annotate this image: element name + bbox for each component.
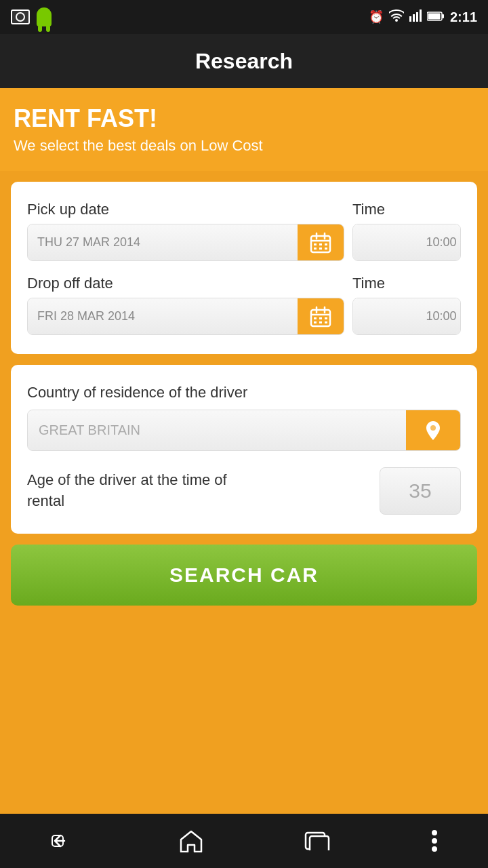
svg-rect-32: [310, 836, 329, 850]
dropoff-time-label: Time: [352, 275, 461, 292]
age-label: Age of the driver at the time of rental: [27, 470, 258, 512]
page-title: Research: [195, 49, 293, 74]
age-row: Age of the driver at the time of rental …: [27, 467, 461, 515]
svg-point-35: [432, 846, 437, 852]
status-time: 2:11: [450, 9, 477, 25]
svg-point-33: [432, 830, 437, 835]
wifi-icon: [389, 9, 404, 25]
hero-subtitle: We select the best deals on Low Cost: [14, 137, 474, 155]
pickup-time-label: Time: [352, 201, 461, 218]
pickup-date-input[interactable]: [28, 224, 298, 260]
photo-icon: [11, 9, 30, 24]
svg-rect-5: [442, 14, 444, 18]
svg-rect-1: [413, 14, 415, 22]
svg-rect-25: [314, 321, 317, 323]
svg-rect-0: [409, 16, 411, 22]
svg-rect-2: [416, 12, 418, 22]
status-bar: ⏰ 2:11: [0, 0, 488, 34]
svg-rect-15: [319, 248, 322, 250]
back-button[interactable]: [37, 825, 92, 857]
svg-rect-12: [319, 243, 322, 245]
more-button[interactable]: [418, 823, 451, 859]
country-field-wrap: [27, 410, 461, 451]
driver-card: Country of residence of the driver Age o…: [11, 365, 477, 534]
android-icon: [37, 7, 52, 26]
status-bar-left: [11, 7, 52, 26]
svg-rect-6: [428, 13, 440, 19]
signal-icon: [409, 9, 422, 25]
pickup-date-label: Pick up date: [27, 201, 344, 218]
dropoff-date-input[interactable]: [28, 298, 298, 334]
pickup-date-calendar-button[interactable]: [298, 224, 344, 260]
battery-icon: [427, 10, 445, 24]
alarm-icon: ⏰: [369, 9, 384, 24]
svg-rect-11: [314, 243, 317, 245]
hero-title: RENT FAST!: [14, 104, 474, 133]
country-label: Country of residence of the driver: [27, 384, 461, 401]
search-car-button[interactable]: SEARCH CAR: [11, 545, 477, 606]
svg-rect-24: [325, 317, 327, 319]
home-button[interactable]: [165, 823, 217, 859]
dropoff-date-label: Drop off date: [27, 275, 344, 292]
svg-rect-22: [314, 317, 317, 319]
svg-rect-16: [325, 248, 327, 250]
age-value[interactable]: 35: [380, 467, 461, 515]
svg-rect-27: [325, 321, 327, 323]
svg-rect-26: [319, 321, 322, 323]
svg-rect-14: [314, 248, 317, 250]
pin-icon: [421, 418, 445, 443]
status-bar-right: ⏰ 2:11: [369, 9, 477, 25]
country-pin-button[interactable]: [406, 410, 460, 450]
bottom-nav: [0, 814, 488, 868]
dropoff-time-input[interactable]: [353, 298, 461, 334]
svg-rect-13: [325, 243, 327, 245]
dropoff-date-calendar-button[interactable]: [298, 298, 344, 334]
app-header: Research: [0, 34, 488, 88]
recents-button[interactable]: [291, 825, 344, 857]
svg-rect-23: [319, 317, 322, 319]
pickup-time-input[interactable]: [353, 224, 461, 260]
svg-point-34: [432, 838, 437, 844]
svg-rect-3: [420, 9, 422, 22]
datetime-card: Pick up date: [11, 182, 477, 354]
hero-banner: RENT FAST! We select the best deals on L…: [0, 88, 488, 171]
main-content: Pick up date: [0, 171, 488, 814]
country-input[interactable]: [28, 410, 406, 450]
